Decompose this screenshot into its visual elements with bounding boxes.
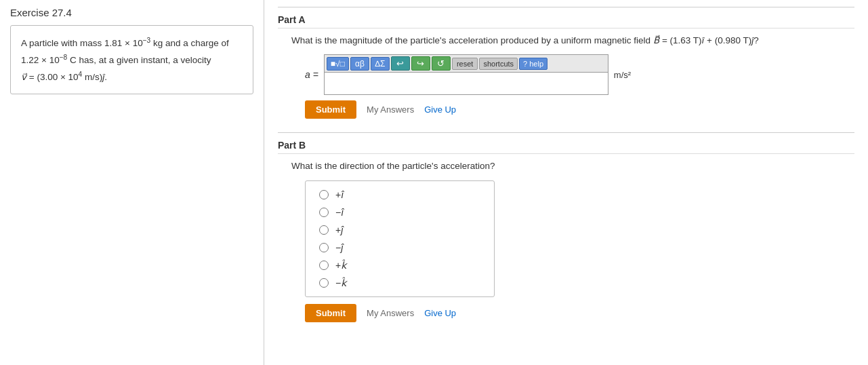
problem-box: A particle with mass 1.81 × 10−3 kg and … xyxy=(10,25,253,94)
redo-button[interactable]: ↪ xyxy=(411,56,430,71)
exercise-title: Exercise 27.4 xyxy=(10,7,253,18)
radio-minus-j[interactable] xyxy=(319,243,329,252)
right-panel: Part A What is the magnitude of the part… xyxy=(264,0,868,365)
unit-label-a: m/s² xyxy=(614,70,631,80)
radio-plus-j[interactable] xyxy=(319,225,329,235)
part-b-submit-row: Submit My Answers Give Up xyxy=(278,304,854,322)
math-input-row: a = ■√□ αβ ∆Σ ↩ ↪ ↺ reset shortcuts ? he… xyxy=(278,54,854,95)
radio-minus-k[interactable] xyxy=(319,278,329,288)
label-minus-i: −î xyxy=(335,207,344,218)
delta-sigma-button[interactable]: ∆Σ xyxy=(371,57,390,71)
math-toolbar: ■√□ αβ ∆Σ ↩ ↪ ↺ reset shortcuts ? help xyxy=(325,55,608,73)
direction-options: +î −î +ĵ −ĵ +k̂ −k̂ xyxy=(305,180,495,297)
part-a-question: What is the magnitude of the particle's … xyxy=(278,34,854,47)
label-plus-j: +ĵ xyxy=(335,225,343,235)
radio-minus-i[interactable] xyxy=(319,208,329,217)
option-minus-k: −k̂ xyxy=(319,277,480,288)
part-b-label: Part B xyxy=(278,140,854,154)
math-answer-input[interactable] xyxy=(325,73,608,94)
reset-button[interactable]: reset xyxy=(452,58,478,70)
problem-text: A particle with mass 1.81 × 10−3 kg and … xyxy=(21,38,229,83)
math-input-wrapper: ■√□ αβ ∆Σ ↩ ↪ ↺ reset shortcuts ? help xyxy=(324,54,608,95)
radio-plus-k[interactable] xyxy=(319,261,329,270)
option-minus-i: −î xyxy=(319,207,480,218)
undo-button[interactable]: ↩ xyxy=(391,56,410,71)
radio-plus-i[interactable] xyxy=(319,190,329,199)
option-plus-i: +î xyxy=(319,189,480,200)
label-plus-k: +k̂ xyxy=(335,260,346,271)
part-a-label: Part A xyxy=(278,14,854,28)
alpha-beta-button[interactable]: αβ xyxy=(350,57,369,71)
label-plus-i: +î xyxy=(335,189,344,200)
part-b-my-answers[interactable]: My Answers xyxy=(367,308,414,318)
part-b-give-up-link[interactable]: Give Up xyxy=(424,308,456,318)
part-b-question: What is the direction of the particle's … xyxy=(278,159,854,173)
option-minus-j: −ĵ xyxy=(319,242,480,253)
part-a-give-up-link[interactable]: Give Up xyxy=(424,104,456,115)
help-button[interactable]: ? help xyxy=(519,58,547,70)
part-a-submit-row: Submit My Answers Give Up xyxy=(278,100,854,119)
equation-label: a = xyxy=(305,69,318,80)
left-panel: Exercise 27.4 A particle with mass 1.81 … xyxy=(0,0,264,365)
part-a-section: Part A What is the magnitude of the part… xyxy=(278,14,854,119)
part-a-submit-button[interactable]: Submit xyxy=(305,100,356,119)
shortcuts-button[interactable]: shortcuts xyxy=(479,58,518,70)
sqrt-button[interactable]: ■√□ xyxy=(327,57,349,71)
label-minus-k: −k̂ xyxy=(335,277,346,288)
option-plus-k: +k̂ xyxy=(319,260,480,271)
part-b-submit-button[interactable]: Submit xyxy=(305,304,356,322)
reset2-button[interactable]: ↺ xyxy=(432,56,451,71)
label-minus-j: −ĵ xyxy=(335,242,343,253)
part-a-my-answers[interactable]: My Answers xyxy=(367,104,414,115)
part-b-section: Part B What is the direction of the part… xyxy=(278,132,854,322)
option-plus-j: +ĵ xyxy=(319,225,480,235)
